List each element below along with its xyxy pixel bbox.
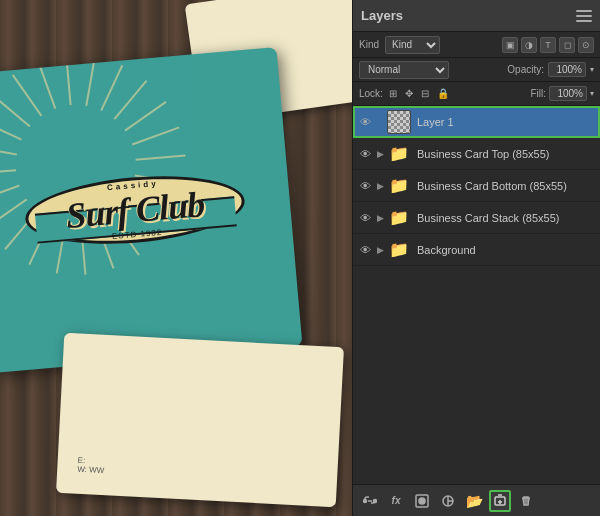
svg-line-19: [0, 146, 17, 155]
layer-name-bizcard-top: Business Card Top (85x55): [417, 148, 596, 160]
card-teal-inner: Cassidy Surf Club ESTD 1982: [0, 47, 302, 373]
layer-item-bizcard-stack[interactable]: 👁 ▶ 📁 Business Card Stack (85x55): [353, 202, 600, 234]
svg-point-25: [374, 499, 377, 502]
card-cream-text: E: W: WW: [77, 456, 105, 475]
folder-icon-bizcard-stack: 📁: [389, 208, 409, 227]
canvas-area: Cassidy Surf Club ESTD 1982 E: W: WW: [0, 0, 352, 516]
svg-line-22: [13, 75, 42, 116]
blend-mode-select[interactable]: Normal Multiply Screen Overlay: [359, 61, 449, 79]
visibility-eye-layer1[interactable]: 👁: [357, 114, 373, 130]
visibility-eye-background[interactable]: 👁: [357, 242, 373, 258]
layer-name-bizcard-bottom: Business Card Bottom (85x55): [417, 180, 596, 192]
layer-thumb-bizcard-stack: 📁: [387, 206, 411, 230]
lock-label: Lock:: [359, 88, 383, 99]
svg-point-27: [419, 498, 425, 504]
lock-icons: ⊞ ✥ ⊟ 🔒: [387, 87, 451, 100]
menu-line1: [576, 10, 592, 12]
group-folder-icon: 📂: [466, 493, 483, 509]
opacity-value[interactable]: 100%: [548, 62, 586, 77]
card-line2: W: WW: [77, 465, 104, 475]
svg-line-23: [38, 62, 55, 109]
card-teal: Cassidy Surf Club ESTD 1982: [0, 47, 302, 373]
layer-item-bizcard-top[interactable]: 👁 ▶ 📁 Business Card Top (85x55): [353, 138, 600, 170]
blend-mode-row: Normal Multiply Screen Overlay Opacity: …: [353, 58, 600, 82]
filter-row: Kind Kind ▣ ◑ T ◻ ⊙: [353, 32, 600, 58]
panel-header: Layers: [353, 0, 600, 32]
link-layers-button[interactable]: [359, 490, 381, 512]
svg-line-5: [132, 127, 179, 144]
panel-menu-button[interactable]: [576, 10, 592, 22]
pixel-filter-icon[interactable]: ▣: [502, 37, 518, 53]
svg-line-4: [125, 102, 166, 131]
opacity-label: Opacity:: [507, 64, 544, 75]
layer-item-background[interactable]: 👁 ▶ 📁 Background: [353, 234, 600, 266]
shape-filter-icon[interactable]: ◻: [559, 37, 575, 53]
filter-label: Kind: [359, 39, 379, 50]
svg-point-24: [364, 499, 367, 502]
folder-icon-bizcard-bottom: 📁: [389, 176, 409, 195]
filter-icons: ▣ ◑ T ◻ ⊙: [502, 37, 594, 53]
svg-line-20: [0, 118, 21, 139]
expand-arrow-bizcard-bottom[interactable]: ▶: [375, 181, 385, 191]
fill-arrow-icon: ▾: [590, 89, 594, 98]
layers-list[interactable]: 👁 Layer 1 👁 ▶ 📁 Business Card Top (85x55…: [353, 106, 600, 484]
svg-line-21: [0, 94, 30, 126]
filter-select[interactable]: Kind: [385, 36, 440, 54]
visibility-eye-bizcard-bottom[interactable]: 👁: [357, 178, 373, 194]
fill-value[interactable]: 100%: [549, 86, 587, 101]
svg-line-18: [0, 170, 16, 174]
surf-text: Cassidy Surf Club ESTD 1982: [64, 175, 207, 245]
panel-title: Layers: [361, 8, 403, 23]
svg-line-17: [0, 186, 19, 203]
lock-move-icon[interactable]: ✥: [403, 87, 415, 100]
lock-pixels-icon[interactable]: ⊞: [387, 87, 399, 100]
type-filter-icon[interactable]: T: [540, 37, 556, 53]
layer-name-layer1: Layer 1: [417, 116, 596, 128]
layers-panel: Layers Kind Kind ▣ ◑ T ◻ ⊙ Normal Multip…: [352, 0, 600, 516]
layer-item-layer1[interactable]: 👁 Layer 1: [353, 106, 600, 138]
opacity-arrow-icon: ▾: [590, 65, 594, 74]
fill-label: Fill:: [530, 88, 546, 99]
new-adjustment-button[interactable]: [437, 490, 459, 512]
layer-name-bizcard-stack: Business Card Stack (85x55): [417, 212, 596, 224]
expand-arrow-bizcard-top[interactable]: ▶: [375, 149, 385, 159]
adjust-filter-icon[interactable]: ◑: [521, 37, 537, 53]
menu-line2: [576, 15, 592, 17]
new-group-button[interactable]: 📂: [463, 490, 485, 512]
visibility-eye-bizcard-stack[interactable]: 👁: [357, 210, 373, 226]
svg-line-6: [136, 155, 186, 159]
new-layer-button[interactable]: [489, 490, 511, 512]
fx-label: fx: [392, 495, 401, 506]
add-mask-button[interactable]: [411, 490, 433, 512]
fill-row: Fill: 100% ▾: [530, 86, 594, 101]
delete-layer-button[interactable]: [515, 490, 537, 512]
layer-thumb-layer1: [387, 110, 411, 134]
card-cream: E: W: WW: [56, 333, 344, 507]
expand-arrow-bizcard-stack[interactable]: ▶: [375, 213, 385, 223]
lock-artboard-icon[interactable]: ⊟: [419, 87, 431, 100]
layers-toolbar: fx 📂: [353, 484, 600, 516]
opacity-row: Opacity: 100% ▾: [507, 62, 594, 77]
svg-line-1: [86, 57, 95, 106]
folder-icon-bizcard-top: 📁: [389, 144, 409, 163]
menu-line3: [576, 20, 592, 22]
svg-line-2: [101, 65, 122, 110]
layer-thumb-bizcard-bottom: 📁: [387, 174, 411, 198]
layer-thumb-background: 📁: [387, 238, 411, 262]
layer-item-bizcard-bottom[interactable]: 👁 ▶ 📁 Business Card Bottom (85x55): [353, 170, 600, 202]
fx-button[interactable]: fx: [385, 490, 407, 512]
lock-all-icon[interactable]: 🔒: [435, 87, 451, 100]
folder-icon-background: 📁: [389, 240, 409, 259]
visibility-eye-bizcard-top[interactable]: 👁: [357, 146, 373, 162]
smart-filter-icon[interactable]: ⊙: [578, 37, 594, 53]
lock-row: Lock: ⊞ ✥ ⊟ 🔒 Fill: 100% ▾: [353, 82, 600, 106]
layer-thumb-bizcard-top: 📁: [387, 142, 411, 166]
svg-line-16: [0, 199, 27, 228]
expand-arrow-background[interactable]: ▶: [375, 245, 385, 255]
svg-line-3: [114, 81, 146, 119]
layer-name-background: Background: [417, 244, 596, 256]
